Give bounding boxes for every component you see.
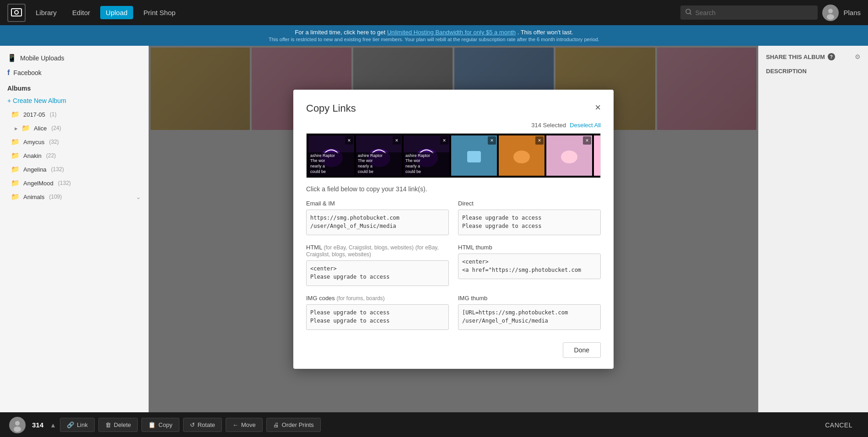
expand-selection-button[interactable]: ▲ bbox=[50, 421, 56, 429]
img-codes-field-group: IMG codes (for forums, boards) Please up… bbox=[306, 295, 449, 331]
thumbnail-label: ashire RaptorThe wornearly acould be bbox=[404, 152, 449, 176]
album-count: (1) bbox=[50, 111, 57, 118]
help-icon[interactable]: ? bbox=[828, 53, 835, 60]
thumbnail-item[interactable]: × bbox=[451, 135, 497, 176]
thumbnail-remove-button[interactable]: × bbox=[345, 136, 353, 145]
thumbnail-remove-button[interactable]: × bbox=[535, 136, 544, 145]
sidebar-item-facebook[interactable]: f Facebook bbox=[0, 65, 148, 80]
album-name: Animals bbox=[23, 194, 44, 200]
deselect-all-link[interactable]: Deselect All bbox=[570, 122, 601, 129]
thumbnail-remove-button[interactable]: × bbox=[583, 136, 591, 145]
svg-point-15 bbox=[15, 421, 20, 426]
img-thumb-textarea[interactable]: [URL=https://smg.photobucket.com /user/A… bbox=[458, 304, 601, 330]
img-thumb-label: IMG thumb bbox=[458, 295, 601, 302]
svg-point-11 bbox=[513, 151, 530, 163]
folder-icon: 📁 bbox=[11, 138, 20, 146]
album-name: AngelMood bbox=[23, 180, 54, 187]
album-count: (32) bbox=[49, 139, 59, 145]
upload-nav-button[interactable]: Upload bbox=[100, 6, 133, 19]
sidebar-album-angelmood[interactable]: 📁 AngelMood (132) bbox=[0, 176, 148, 190]
search-input[interactable] bbox=[695, 9, 813, 16]
thumbnail-remove-button[interactable]: × bbox=[440, 136, 448, 145]
svg-point-6 bbox=[827, 14, 834, 20]
link-icon: 🔗 bbox=[67, 421, 74, 428]
svg-rect-0 bbox=[11, 9, 22, 16]
svg-point-16 bbox=[14, 426, 21, 432]
bottom-avatar bbox=[9, 417, 26, 433]
sidebar-item-mobile-uploads[interactable]: 📱 Mobile Uploads bbox=[0, 50, 148, 65]
copy-links-modal: Copy Links × 314 Selected Deselect All ×… bbox=[293, 90, 614, 369]
editor-nav-button[interactable]: Editor bbox=[67, 6, 96, 19]
thumbnail-item[interactable]: × ashire RaptorThe wornearly acould be bbox=[404, 135, 449, 176]
banner-text-before: For a limited time, click here to get bbox=[295, 29, 387, 36]
move-icon: ← bbox=[232, 421, 238, 428]
content-area: Copy Links × 314 Selected Deselect All ×… bbox=[149, 46, 758, 412]
rotate-tool-button[interactable]: ↺ Rotate bbox=[183, 418, 222, 432]
thumbnail-label: ashire RaptorThe wornearly acould be bbox=[308, 152, 354, 176]
html-textarea[interactable]: <center> Please upgrade to access bbox=[306, 260, 449, 286]
thumbnail-item[interactable]: × ashire RaptorThe wornearly acould be bbox=[308, 135, 354, 176]
sidebar-album-anakin[interactable]: 📁 Anakin (22) bbox=[0, 149, 148, 162]
delete-label: Delete bbox=[114, 421, 131, 428]
plans-button[interactable]: Plans bbox=[843, 9, 861, 16]
avatar[interactable] bbox=[822, 5, 839, 21]
thumbnail-item[interactable] bbox=[594, 135, 601, 176]
email-im-label: Email & IM bbox=[306, 200, 449, 207]
modal-title: Copy Links bbox=[306, 103, 356, 114]
direct-textarea[interactable]: Please upgrade to access Please upgrade … bbox=[458, 210, 601, 235]
thumbnail-item[interactable]: × bbox=[546, 135, 592, 176]
done-button[interactable]: Done bbox=[563, 342, 601, 358]
album-name: Amycus bbox=[23, 139, 44, 146]
img-codes-textarea[interactable]: Please upgrade to access Please upgrade … bbox=[306, 304, 449, 330]
share-album-title: SHARE THIS ALBUM ? bbox=[766, 53, 835, 60]
album-count: (132) bbox=[58, 180, 71, 186]
email-im-textarea[interactable]: https://smg.photobucket.com /user/Angel_… bbox=[306, 210, 449, 235]
sidebar-label-mobile-uploads: Mobile Uploads bbox=[20, 54, 65, 62]
library-nav-button[interactable]: Library bbox=[30, 6, 62, 19]
folder-icon: 📁 bbox=[11, 110, 20, 119]
album-count: (109) bbox=[49, 194, 62, 200]
sidebar-album-angelina[interactable]: 📁 Angelina (132) bbox=[0, 162, 148, 176]
link-fields-grid: Email & IM https://smg.photobucket.com /… bbox=[306, 200, 601, 331]
logo[interactable] bbox=[7, 4, 26, 22]
modal-close-button[interactable]: × bbox=[595, 103, 601, 113]
copy-label: Copy bbox=[158, 421, 172, 428]
settings-icon[interactable]: ⚙ bbox=[855, 53, 861, 60]
sidebar-album-alice[interactable]: ▸ 📁 Alice (24) bbox=[0, 121, 148, 135]
facebook-icon: f bbox=[7, 69, 10, 77]
thumbnail-remove-button[interactable]: × bbox=[488, 136, 496, 145]
album-name: Alice bbox=[34, 125, 47, 132]
sidebar-album-2017-05[interactable]: 📁 2017-05 (1) bbox=[0, 108, 148, 121]
thumbnail-remove-button[interactable]: × bbox=[393, 136, 401, 145]
modal-footer: Done bbox=[306, 342, 601, 358]
link-tool-button[interactable]: 🔗 Link bbox=[60, 418, 95, 432]
click-instruction: Click a field below to copy your 314 lin… bbox=[306, 185, 601, 193]
thumbnail-item[interactable]: × ashire RaptorThe wornearly acould be bbox=[356, 135, 402, 176]
svg-rect-10 bbox=[467, 151, 481, 162]
order-prints-tool-button[interactable]: 🖨 Order Prints bbox=[266, 418, 321, 432]
folder-icon: 📁 bbox=[11, 179, 20, 187]
sidebar-album-amycus[interactable]: 📁 Amycus (32) bbox=[0, 135, 148, 149]
thumbnail-item[interactable]: × bbox=[499, 135, 545, 176]
album-count: (24) bbox=[51, 125, 61, 131]
svg-point-12 bbox=[561, 151, 577, 163]
sidebar-album-animals[interactable]: 📁 Animals (109) ⌄ bbox=[0, 190, 148, 204]
html-thumb-textarea[interactable]: <center> <a href="https://smg.photobucke… bbox=[458, 254, 601, 279]
svg-point-1 bbox=[15, 11, 18, 14]
sidebar-label-facebook: Facebook bbox=[13, 69, 41, 76]
delete-tool-button[interactable]: 🗑 Delete bbox=[98, 418, 138, 432]
copy-tool-button[interactable]: 📋 Copy bbox=[141, 418, 179, 432]
banner-link[interactable]: Unlimited Hosting Bandwidth for only $5 … bbox=[387, 29, 516, 36]
copy-icon: 📋 bbox=[148, 421, 156, 428]
html-label: HTML (for eBay, Craigslist, blogs, websi… bbox=[306, 244, 449, 258]
img-codes-label: IMG codes (for forums, boards) bbox=[306, 295, 449, 302]
album-name: 2017-05 bbox=[23, 111, 45, 118]
svg-point-5 bbox=[828, 9, 833, 13]
create-new-album-button[interactable]: + Create New Album bbox=[0, 94, 148, 108]
move-tool-button[interactable]: ← Move bbox=[226, 418, 263, 432]
img-thumb-field-group: IMG thumb [URL=https://smg.photobucket.c… bbox=[458, 295, 601, 331]
print-shop-nav-button[interactable]: Print Shop bbox=[138, 5, 182, 20]
thumbnail-label: ashire RaptorThe wornearly acould be bbox=[356, 152, 402, 176]
promo-banner[interactable]: For a limited time, click here to get Un… bbox=[0, 25, 868, 46]
cancel-button[interactable]: CANCEL bbox=[819, 418, 859, 432]
